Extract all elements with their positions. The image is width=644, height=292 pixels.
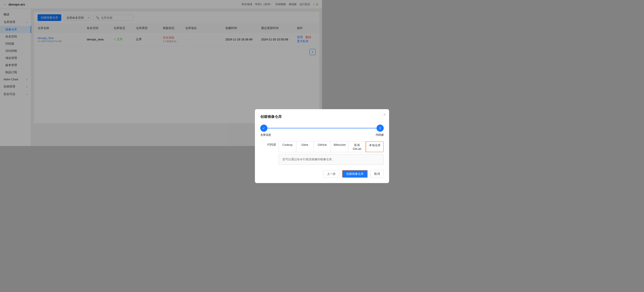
source-tabs: Codeup Gitee GitHub Bitbucket 私有GitLab 本… bbox=[278, 141, 322, 146]
modal-overlay: 创建镜像仓库 × ✓ 2 仓库信息 代码源 代码源 Co bbox=[0, 0, 322, 146]
steps-row: ✓ 2 bbox=[260, 125, 322, 132]
modal: 创建镜像仓库 × ✓ 2 仓库信息 代码源 代码源 Co bbox=[255, 109, 322, 146]
form-source-row: 代码源 Codeup Gitee GitHub Bitbucket 私有GitL… bbox=[260, 141, 322, 146]
tab-codeup[interactable]: Codeup bbox=[279, 142, 296, 146]
step-line bbox=[268, 128, 322, 128]
step-1-circle: ✓ bbox=[260, 125, 268, 132]
modal-title: 创建镜像仓库 bbox=[260, 115, 322, 119]
step-1: ✓ bbox=[260, 125, 268, 132]
source-tabs-container: Codeup Gitee GitHub Bitbucket 私有GitLab 本… bbox=[278, 141, 322, 146]
step-1-label: 仓库信息 bbox=[260, 133, 271, 137]
steps-container: ✓ 2 仓库信息 代码源 bbox=[260, 125, 322, 137]
source-label: 代码源 bbox=[260, 141, 276, 146]
step-labels: 仓库信息 代码源 bbox=[260, 133, 322, 137]
tab-github[interactable]: GitHub bbox=[314, 142, 322, 146]
tab-gitee[interactable]: Gitee bbox=[296, 142, 314, 146]
